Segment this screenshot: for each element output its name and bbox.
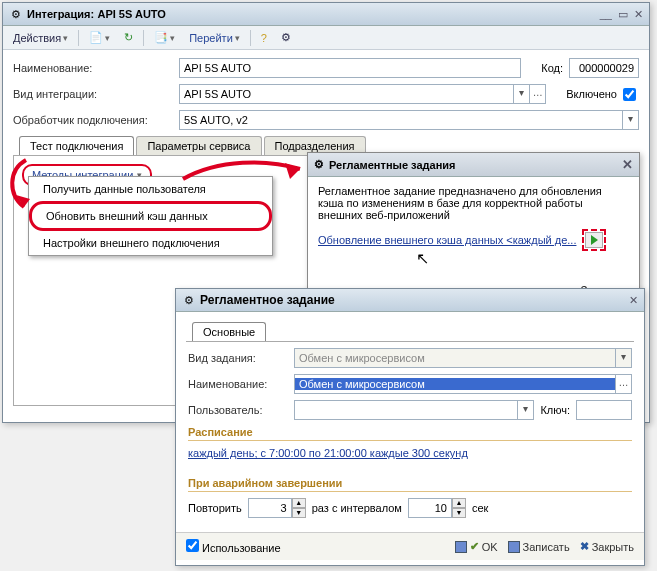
- check-icon: ✔: [470, 540, 479, 553]
- kind-combo[interactable]: API 5S AUTO ▾ …: [179, 84, 546, 104]
- menu-item-get-user[interactable]: Получить данные пользователя: [29, 177, 272, 201]
- job-user-combo[interactable]: ▾: [294, 400, 534, 420]
- name-input[interactable]: [179, 58, 521, 78]
- play-icon: [591, 235, 598, 245]
- repeat-spinner[interactable]: ▲▼: [248, 498, 306, 518]
- spin-up-icon: ▲: [452, 498, 466, 508]
- close-icon: ✖: [580, 540, 589, 553]
- minimize-icon[interactable]: __: [600, 8, 612, 21]
- spin-down-icon: ▼: [452, 508, 466, 518]
- ok-button[interactable]: ✔OK: [455, 540, 498, 553]
- code-input[interactable]: [569, 58, 639, 78]
- help-icon[interactable]: ?: [257, 30, 271, 46]
- job-key-input[interactable]: [576, 400, 632, 420]
- integration-icon: ⚙: [9, 7, 23, 21]
- close-button[interactable]: ✖Закрыть: [580, 540, 634, 553]
- maximize-icon[interactable]: ▭: [618, 8, 628, 21]
- spin-up-icon: ▲: [292, 498, 306, 508]
- label-job-user: Пользователь:: [188, 404, 288, 416]
- play-button[interactable]: [585, 232, 603, 248]
- title-name: API 5S AUTO: [97, 8, 165, 20]
- sched-link[interactable]: Обновление внешнего кэша данных <каждый …: [318, 234, 576, 246]
- gear-icon[interactable]: ⚙: [277, 29, 295, 46]
- tab-main[interactable]: Основные: [192, 322, 266, 341]
- label-kind: Вид интеграции:: [13, 88, 173, 100]
- chevron-down-icon: ▾: [615, 349, 631, 367]
- label-sec: сек: [472, 502, 488, 514]
- chevron-down-icon: ▾: [622, 111, 638, 129]
- chevron-down-icon: ▾: [513, 85, 529, 103]
- job-title: Регламентное задание: [200, 293, 335, 307]
- label-name: Наименование:: [13, 62, 173, 74]
- label-handler: Обработчик подключения:: [13, 114, 173, 126]
- use-checkbox[interactable]: [186, 539, 199, 552]
- actions-menu[interactable]: Действия ▾: [9, 30, 72, 46]
- enabled-checkbox[interactable]: [623, 88, 636, 101]
- methods-dropdown: Получить данные пользователя Обновить вн…: [28, 176, 273, 256]
- label-job-name: Наименование:: [188, 378, 288, 390]
- ellipsis-icon: …: [615, 375, 631, 393]
- label-use: Использование: [202, 542, 281, 554]
- job-name-input[interactable]: Обмен с микросервисом …: [294, 374, 632, 394]
- save-button[interactable]: Записать: [508, 541, 570, 553]
- main-titlebar: ⚙ Интеграция: API 5S AUTO __ ▭ ✕: [3, 3, 649, 26]
- label-times: раз с интервалом: [312, 502, 402, 514]
- sched-popup-text: Регламентное задание предназначено для о…: [318, 185, 629, 221]
- copy-icon[interactable]: 📑▾: [150, 29, 179, 46]
- ellipsis-icon: …: [529, 85, 545, 103]
- close-icon[interactable]: ✕: [629, 294, 638, 307]
- job-titlebar: ⚙ Регламентное задание ✕: [176, 289, 644, 312]
- tab-params[interactable]: Параметры сервиса: [136, 136, 261, 155]
- schedule-link[interactable]: каждый день; с 7:00:00 по 21:00:00 кажды…: [188, 447, 632, 459]
- crash-head: При аварийном завершении: [188, 477, 632, 492]
- save-icon: [508, 541, 520, 553]
- handler-combo[interactable]: 5S AUTO, v2 ▾: [179, 110, 639, 130]
- chevron-down-icon: ▾: [517, 401, 533, 419]
- tab-test[interactable]: Тест подключения: [19, 136, 134, 155]
- label-enabled: Включено: [566, 88, 617, 100]
- close-icon[interactable]: ✕: [622, 157, 633, 172]
- interval-spinner[interactable]: ▲▼: [408, 498, 466, 518]
- sched-popup-title: ⚙ Регламентные задания ✕: [308, 153, 639, 177]
- close-icon[interactable]: ✕: [634, 8, 643, 21]
- play-highlight: [582, 229, 606, 251]
- menu-item-conn-settings[interactable]: Настройки внешнего подключения: [29, 231, 272, 255]
- job-kind-combo[interactable]: Обмен с микросервисом ▾: [294, 348, 632, 368]
- title-prefix: Интеграция:: [27, 8, 94, 20]
- gear-icon: ⚙: [314, 158, 324, 171]
- goto-menu[interactable]: Перейти ▾: [185, 30, 244, 46]
- label-repeat: Повторить: [188, 502, 242, 514]
- cursor-icon: ↖: [416, 249, 657, 268]
- new-icon[interactable]: 📄▾: [85, 29, 114, 46]
- spin-down-icon: ▼: [292, 508, 306, 518]
- gear-icon: ⚙: [182, 293, 196, 307]
- label-job-key: Ключ:: [540, 404, 570, 416]
- label-job-kind: Вид задания:: [188, 352, 288, 364]
- menu-item-update-cache[interactable]: Обновить внешний кэш данных: [29, 201, 272, 231]
- label-code: Код:: [541, 62, 563, 74]
- refresh-icon[interactable]: ↻: [120, 29, 137, 46]
- schedule-head: Расписание: [188, 426, 632, 441]
- save-icon: [455, 541, 467, 553]
- main-toolbar: Действия ▾ 📄▾ ↻ 📑▾ Перейти ▾ ? ⚙: [3, 26, 649, 50]
